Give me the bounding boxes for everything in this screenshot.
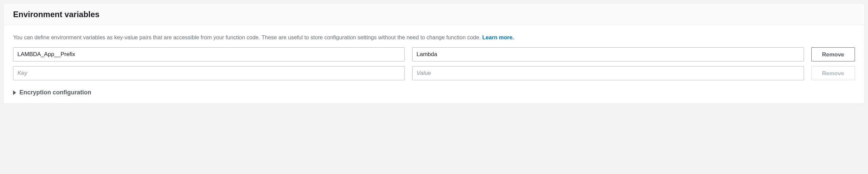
panel-title: Environment variables: [13, 10, 855, 19]
key-input[interactable]: [13, 66, 405, 80]
remove-button[interactable]: Remove: [811, 47, 855, 61]
encryption-config-label: Encryption configuration: [20, 89, 91, 96]
env-vars-panel: Environment variables You can define env…: [3, 3, 865, 104]
panel-header: Environment variables: [4, 4, 864, 25]
value-input[interactable]: [412, 47, 804, 61]
description-body: You can define environment variables as …: [13, 34, 482, 40]
key-input[interactable]: [13, 47, 405, 61]
value-input[interactable]: [412, 66, 804, 80]
env-var-row: Remove: [13, 47, 855, 61]
env-var-row: Remove: [13, 66, 855, 80]
caret-right-icon: [13, 90, 16, 95]
env-var-rows: Remove Remove: [13, 47, 855, 80]
encryption-config-toggle[interactable]: Encryption configuration: [13, 89, 855, 96]
remove-col: Remove: [811, 66, 855, 80]
remove-col: Remove: [811, 47, 855, 61]
remove-button: Remove: [811, 66, 855, 80]
key-col: [13, 66, 405, 80]
description-text: You can define environment variables as …: [13, 34, 855, 41]
learn-more-link[interactable]: Learn more.: [482, 34, 514, 40]
key-col: [13, 47, 405, 61]
value-col: [412, 47, 804, 61]
panel-body: You can define environment variables as …: [4, 25, 864, 104]
value-col: [412, 66, 804, 80]
